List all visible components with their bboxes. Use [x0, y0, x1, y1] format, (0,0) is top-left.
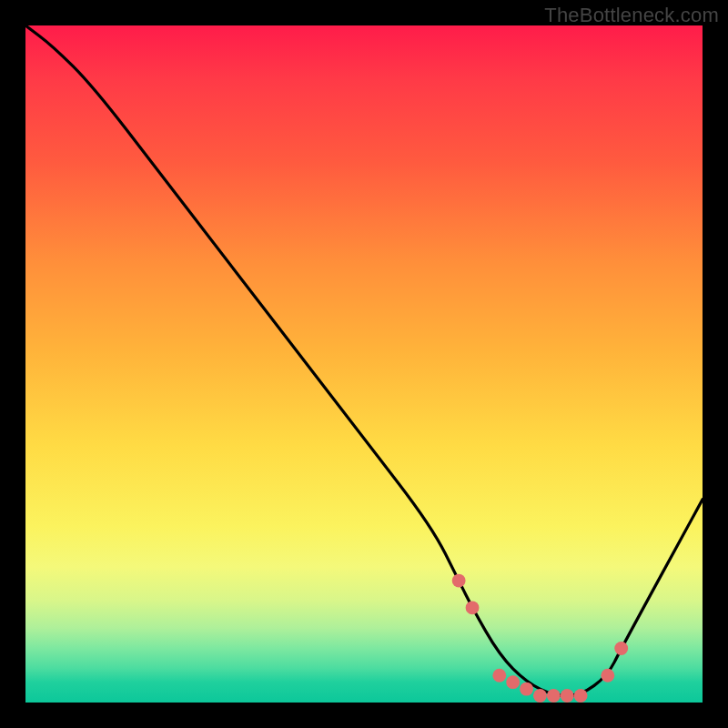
- attribution-text: TheBottleneck.com: [544, 4, 719, 27]
- marked-point: [574, 689, 588, 703]
- marked-point: [506, 675, 520, 689]
- chart-overlay: [25, 25, 703, 703]
- marked-point: [601, 669, 614, 682]
- marked-point: [492, 669, 506, 682]
- bottleneck-curve: [25, 25, 703, 696]
- chart-frame: TheBottleneck.com: [0, 0, 728, 728]
- marked-point: [452, 574, 466, 588]
- marked-point: [561, 689, 574, 703]
- marked-point: [547, 689, 561, 703]
- marked-points: [452, 574, 628, 703]
- marked-point: [533, 689, 547, 703]
- plot-area: [25, 25, 703, 703]
- marked-point: [520, 682, 533, 696]
- marked-point: [614, 642, 628, 655]
- marked-point: [466, 601, 480, 614]
